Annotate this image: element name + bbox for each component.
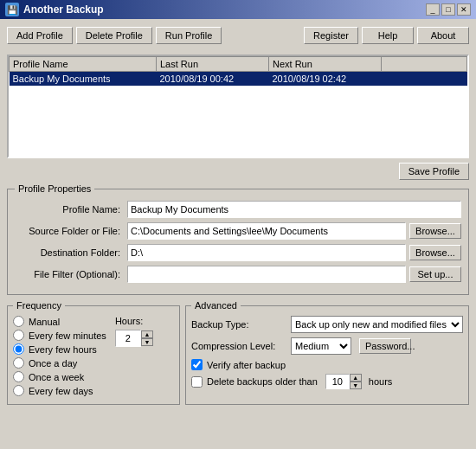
radio-once-week-label: Once a week (29, 372, 84, 382)
radio-once-day-label: Once a day (29, 358, 77, 369)
app-title: Another Backup (23, 3, 104, 16)
title-bar[interactable]: 💾 Another Backup _ □ ✕ (0, 0, 476, 19)
add-profile-button[interactable]: Add Profile (7, 27, 73, 44)
hours-input[interactable] (115, 330, 141, 347)
destination-input[interactable] (127, 244, 406, 261)
radio-every-few-days[interactable] (13, 385, 24, 396)
minimize-button[interactable]: _ (426, 3, 440, 16)
hours-down-button[interactable]: ▼ (141, 338, 153, 346)
delete-hours-input[interactable] (325, 374, 350, 389)
radio-manual[interactable] (13, 316, 24, 327)
source-folder-input[interactable] (127, 222, 406, 240)
maximize-button[interactable]: □ (441, 3, 455, 16)
advanced-legend: Advanced (191, 300, 241, 311)
profile-table: Profile Name Last Run Next Run Backup My… (7, 55, 469, 158)
radio-few-minutes-label: Every few minutes (29, 330, 106, 341)
col-next-run: Next Run (269, 57, 382, 72)
profile-name-input[interactable] (127, 201, 461, 218)
source-browse-button[interactable]: Browse... (409, 223, 461, 239)
table-row[interactable]: Backup My Documents 2010/08/19 00:42 201… (10, 72, 467, 87)
profile-name-label: Profile Name: (15, 204, 127, 215)
frequency-panel: Frequency Manual Every few minutes Every… (7, 300, 180, 405)
delete-label: Delete backups older than (207, 376, 318, 387)
radio-few-days-label: Every few days (29, 386, 93, 396)
row-profile-name: Backup My Documents (10, 72, 157, 87)
radio-manual-label: Manual (29, 317, 60, 327)
frequency-legend: Frequency (13, 300, 65, 311)
destination-label: Destination Folder: (15, 247, 127, 258)
row-next-run: 2010/08/19 02:42 (269, 72, 382, 87)
radio-few-hours-label: Every few hours (29, 344, 97, 355)
source-folder-label: Source Folder or File: (15, 226, 127, 236)
password-button[interactable]: Password... (359, 338, 411, 354)
help-button[interactable]: Help (362, 27, 414, 44)
setup-button[interactable]: Set up... (409, 266, 461, 282)
radio-every-few-minutes[interactable] (13, 330, 24, 341)
hours-label: Hours: (115, 316, 153, 326)
radio-once-a-day[interactable] (13, 357, 24, 369)
compression-select[interactable]: None Low Medium High (291, 337, 351, 355)
destination-browse-button[interactable]: Browse... (409, 245, 461, 260)
radio-once-a-week[interactable] (13, 371, 24, 382)
hours-up-button[interactable]: ▲ (141, 330, 153, 338)
col-extra (382, 57, 467, 72)
verify-label: Verify after backup (207, 360, 286, 370)
advanced-panel: Advanced Backup Type: Back up only new a… (185, 300, 469, 405)
delete-hours-down-button[interactable]: ▼ (350, 382, 362, 389)
app-icon: 💾 (5, 3, 19, 16)
file-filter-label: File Filter (Optional): (15, 269, 127, 279)
backup-type-select[interactable]: Back up only new and modified files Back… (291, 316, 463, 333)
profile-properties: Profile Properties Profile Name: Source … (7, 183, 469, 295)
run-profile-button[interactable]: Run Profile (156, 27, 222, 44)
row-extra (382, 72, 467, 87)
about-button[interactable]: About (417, 27, 469, 44)
register-button[interactable]: Register (304, 27, 358, 44)
radio-every-few-hours[interactable] (13, 343, 24, 355)
file-filter-input[interactable] (127, 266, 406, 283)
close-button[interactable]: ✕ (457, 3, 471, 16)
delete-hours-up-button[interactable]: ▲ (350, 374, 362, 382)
col-profile-name: Profile Name (10, 57, 157, 72)
verify-checkbox[interactable] (191, 359, 203, 370)
row-last-run: 2010/08/19 00:42 (157, 72, 269, 87)
profile-properties-legend: Profile Properties (15, 183, 94, 194)
col-last-run: Last Run (157, 57, 269, 72)
compression-label: Compression Level: (191, 341, 286, 351)
backup-type-label: Backup Type: (191, 319, 286, 330)
save-profile-button[interactable]: Save Profile (399, 163, 469, 180)
delete-hours-label: hours (369, 376, 393, 387)
delete-profile-button[interactable]: Delete Profile (76, 27, 152, 44)
delete-checkbox[interactable] (191, 376, 203, 388)
